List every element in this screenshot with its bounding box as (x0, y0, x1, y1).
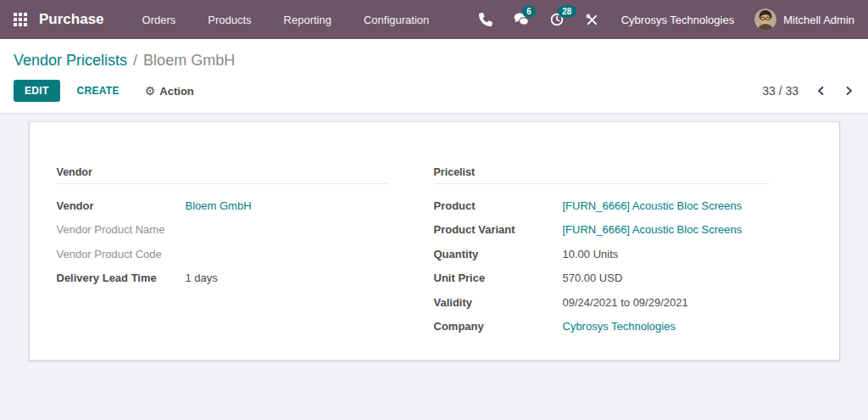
field-validity: Validity 09/24/2021 to 09/29/2021 (434, 290, 769, 315)
chat-badge: 6 (522, 5, 537, 18)
field-unit-price-label: Unit Price (434, 272, 563, 284)
pager-next-button[interactable] (843, 85, 854, 97)
field-delivery-lead-time-value: 1 days (186, 272, 218, 284)
chat-icon[interactable]: 6 (513, 11, 530, 28)
edit-button[interactable]: EDIT (14, 80, 60, 102)
field-product-variant: Product Variant [FURN_6666] Acoustic Blo… (434, 218, 769, 243)
field-product: Product [FURN_6666] Acoustic Bloc Screen… (434, 193, 769, 218)
field-delivery-lead-time: Delivery Lead Time 1 days (57, 266, 387, 291)
create-button[interactable]: CREATE (77, 85, 120, 97)
user-name: Mitchell Admin (783, 14, 854, 26)
control-panel: Vendor Pricelists / Bloem GmbH EDIT CREA… (0, 39, 868, 114)
app-name-menu[interactable]: Purchase (39, 11, 104, 28)
activity-clock-icon[interactable]: 28 (548, 11, 565, 28)
field-vendor-product-code-label: Vendor Product Code (57, 248, 186, 260)
tools-icon[interactable] (584, 11, 601, 28)
menu-products[interactable]: Products (192, 0, 267, 39)
field-quantity: Quantity 10.00 Units (434, 242, 769, 266)
field-unit-price: Unit Price 570.00 USD (434, 266, 769, 291)
field-quantity-value: 10.00 Units (563, 248, 619, 260)
vendor-group: Vendor Vendor Bloem GmbH Vendor Product … (57, 166, 387, 339)
user-avatar (754, 8, 776, 31)
phone-icon[interactable] (477, 11, 494, 28)
chevron-right-icon (843, 85, 854, 97)
field-vendor-label: Vendor (57, 199, 186, 212)
field-product-value[interactable]: [FURN_6666] Acoustic Bloc Screens (563, 199, 743, 212)
menu-configuration[interactable]: Configuration (348, 0, 445, 39)
breadcrumb-current: Bloem GmbH (143, 52, 235, 69)
top-navbar: Purchase Orders Products Reporting Confi… (0, 0, 868, 39)
field-product-label: Product (434, 199, 563, 212)
company-switcher[interactable]: Cybrosys Technologies (621, 14, 734, 26)
vendor-group-title: Vendor (57, 166, 387, 184)
field-product-variant-label: Product Variant (434, 223, 563, 236)
menu-reporting[interactable]: Reporting (268, 0, 348, 39)
field-vendor-product-name-label: Vendor Product Name (57, 223, 186, 236)
field-vendor: Vendor Bloem GmbH (57, 193, 387, 218)
breadcrumb-separator: / (131, 52, 139, 69)
form-sheet: Vendor Vendor Bloem GmbH Vendor Product … (29, 121, 840, 361)
action-button[interactable]: ⚙ Action (145, 84, 194, 98)
field-validity-label: Validity (434, 296, 563, 309)
form-view-background: Vendor Vendor Bloem GmbH Vendor Product … (0, 114, 868, 420)
main-menu: Orders Products Reporting Configuration (126, 0, 446, 39)
systray: 6 28 Cybrosys Technologies (459, 8, 854, 31)
field-validity-value: 09/24/2021 to 09/29/2021 (563, 296, 688, 309)
user-menu[interactable]: Mitchell Admin (754, 8, 854, 31)
field-vendor-product-code: Vendor Product Code (57, 242, 387, 266)
action-label: Action (159, 85, 193, 98)
field-quantity-label: Quantity (434, 248, 563, 260)
field-delivery-lead-time-label: Delivery Lead Time (57, 272, 186, 284)
activity-badge: 28 (558, 5, 576, 18)
field-vendor-value[interactable]: Bloem GmbH (186, 199, 252, 212)
field-company-label: Company (434, 320, 563, 333)
gear-icon: ⚙ (145, 84, 156, 98)
breadcrumb-parent-link[interactable]: Vendor Pricelists (14, 52, 127, 69)
pager: 33 / 33 (762, 84, 854, 98)
menu-orders[interactable]: Orders (126, 0, 192, 39)
chevron-left-icon (815, 85, 826, 97)
pricelist-group-title: Pricelist (434, 166, 769, 184)
pager-value[interactable]: 33 / 33 (762, 84, 798, 98)
field-unit-price-value: 570.00 USD (563, 272, 623, 284)
field-company-value[interactable]: Cybrosys Technologies (563, 320, 676, 333)
apps-grid-icon[interactable] (14, 13, 27, 26)
field-company: Company Cybrosys Technologies (434, 315, 769, 339)
breadcrumb: Vendor Pricelists / Bloem GmbH (14, 50, 854, 70)
field-product-variant-value[interactable]: [FURN_6666] Acoustic Bloc Screens (563, 223, 743, 236)
field-vendor-product-name: Vendor Product Name (57, 218, 387, 243)
pricelist-group: Pricelist Product [FURN_6666] Acoustic B… (434, 166, 769, 339)
pager-previous-button[interactable] (815, 85, 826, 97)
